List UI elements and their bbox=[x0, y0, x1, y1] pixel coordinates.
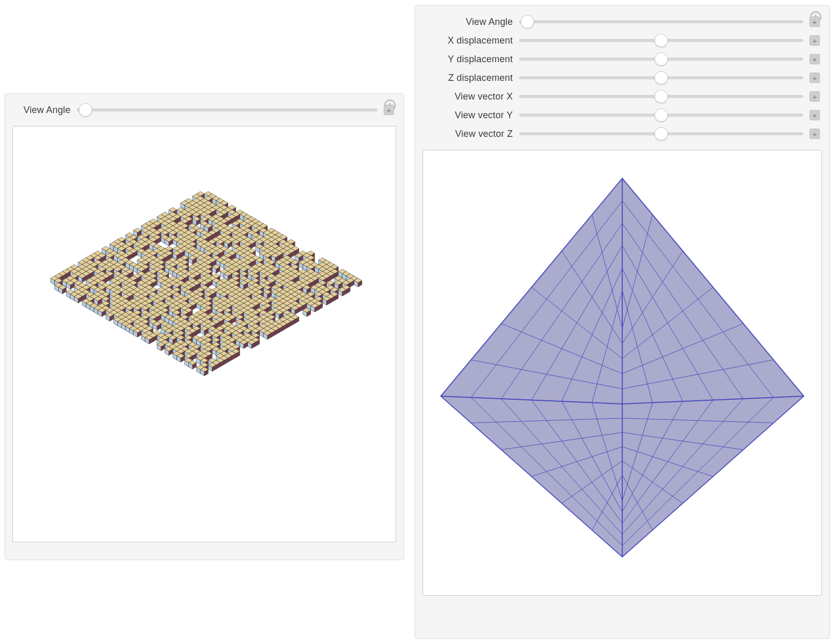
control-row-view-vector-y: View vector Y + bbox=[425, 109, 820, 121]
scene-left bbox=[13, 127, 396, 542]
manipulate-panel-left: View Angle + bbox=[5, 93, 404, 560]
expand-control-button[interactable]: + bbox=[809, 35, 820, 46]
expand-control-button[interactable]: + bbox=[809, 54, 820, 64]
slider-view-vector-y[interactable] bbox=[519, 109, 803, 121]
manipulate-panel-right: View Angle + X displacement + Y displace… bbox=[415, 5, 830, 639]
control-label: View Angle bbox=[15, 105, 71, 116]
control-row-view-angle: View Angle + bbox=[15, 104, 394, 116]
slider-thumb[interactable] bbox=[654, 34, 668, 47]
expand-control-button[interactable]: + bbox=[809, 91, 820, 102]
cube-canvas bbox=[425, 158, 819, 588]
control-row-y-displacement: Y displacement + bbox=[425, 53, 820, 65]
expand-control-button[interactable]: + bbox=[809, 73, 820, 83]
slider-view-vector-z[interactable] bbox=[519, 128, 803, 139]
slider-thumb[interactable] bbox=[654, 52, 668, 66]
control-label: Z displacement bbox=[425, 73, 513, 83]
control-row-view-angle: View Angle + bbox=[425, 16, 820, 27]
slider-track bbox=[77, 108, 378, 111]
voxel-canvas bbox=[18, 148, 391, 521]
graphics-viewport-right[interactable] bbox=[423, 150, 822, 596]
control-label: X displacement bbox=[425, 35, 513, 46]
control-label: View vector Y bbox=[425, 110, 513, 121]
expand-control-button[interactable]: + bbox=[384, 105, 394, 115]
expand-control-button[interactable]: + bbox=[809, 129, 820, 139]
control-label: View Angle bbox=[425, 17, 513, 27]
control-label: View vector X bbox=[425, 91, 513, 102]
slider-thumb[interactable] bbox=[654, 71, 668, 85]
slider-thumb[interactable] bbox=[654, 108, 668, 122]
scene-right bbox=[423, 150, 821, 595]
control-row-z-displacement: Z displacement + bbox=[425, 72, 820, 83]
control-row-x-displacement: X displacement + bbox=[425, 35, 820, 46]
slider-view-angle[interactable] bbox=[77, 104, 378, 116]
slider-y-displacement[interactable] bbox=[519, 53, 803, 65]
expand-control-button[interactable]: + bbox=[809, 17, 820, 27]
control-row-view-vector-x: View vector X + bbox=[425, 91, 820, 102]
slider-thumb[interactable] bbox=[654, 90, 668, 103]
control-label: Y displacement bbox=[425, 54, 513, 65]
control-row-view-vector-z: View vector Z + bbox=[425, 128, 820, 139]
slider-view-angle[interactable] bbox=[519, 16, 803, 27]
slider-thumb[interactable] bbox=[79, 103, 92, 117]
graphics-viewport-left[interactable] bbox=[12, 126, 396, 542]
slider-x-displacement[interactable] bbox=[519, 35, 803, 46]
slider-view-vector-x[interactable] bbox=[519, 91, 803, 102]
controls-left: View Angle + bbox=[5, 94, 403, 121]
expand-control-button[interactable]: + bbox=[809, 110, 820, 120]
slider-z-displacement[interactable] bbox=[519, 72, 803, 83]
control-label: View vector Z bbox=[425, 129, 513, 139]
controls-right: View Angle + X displacement + Y displace… bbox=[415, 6, 829, 145]
slider-thumb[interactable] bbox=[654, 127, 668, 141]
slider-thumb[interactable] bbox=[521, 15, 534, 29]
